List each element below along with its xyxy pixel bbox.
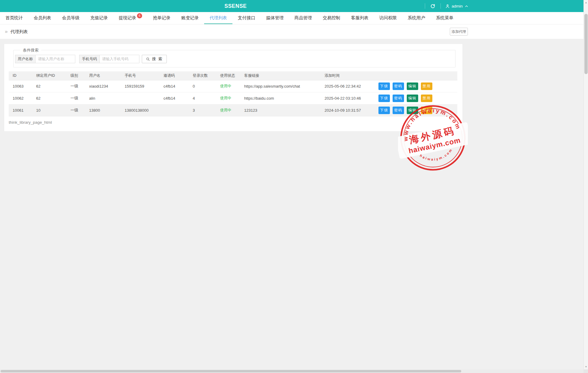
tab-label: 抢单记录 [153, 15, 170, 20]
action-disable-button[interactable]: 禁用 [421, 107, 432, 114]
col-login-count: 登录次数 [189, 71, 216, 80]
chevron-up-icon [465, 4, 468, 8]
cell-phone: 13800138000 [121, 104, 160, 116]
cell-invite-code [160, 104, 189, 116]
action-edit-button[interactable]: 编辑 [407, 107, 418, 114]
tab-access-rights[interactable]: 访问权限 [374, 12, 402, 24]
stamp-bottom-arc-text: haiwaiym.com [418, 147, 455, 164]
cell-login-count: 3 [189, 104, 216, 116]
cell-id: 10063 [9, 80, 32, 92]
cell-status: 使用中 [216, 104, 240, 116]
cell-login-count: 4 [189, 92, 216, 104]
cell-actions: 下级密码编辑禁用 [375, 104, 457, 116]
vertical-scrollbar[interactable]: ▲ ▼ [583, 0, 588, 369]
scrollbar-corner [583, 369, 588, 373]
tab-product-management[interactable]: 商品管理 [289, 12, 317, 24]
action-subordinate-button[interactable]: 下级 [378, 107, 390, 114]
template-note: think_library_page_html [9, 120, 52, 125]
search-icon [146, 57, 150, 61]
tab-order-grab-records[interactable]: 抢单记录 [148, 12, 176, 24]
horizontal-scrollbar[interactable] [0, 369, 588, 373]
tab-label: 系统菜单 [436, 15, 453, 20]
tab-label: 商品管理 [294, 15, 312, 20]
cell-username: alin [85, 92, 121, 104]
breadcrumb-arrow-icon: » [5, 29, 8, 35]
tab-withdraw-records[interactable]: 提现记录6 [113, 12, 148, 24]
table-header-row: ID 绑定用户ID 级别 用户名 手机号 邀请码 登录次数 使用状态 客服链接 … [9, 71, 457, 80]
action-edit-button[interactable]: 编辑 [407, 95, 418, 102]
action-disable-button[interactable]: 禁用 [421, 82, 432, 90]
col-id: ID [9, 71, 32, 80]
cell-phone [121, 92, 160, 104]
tab-label: 会员列表 [34, 15, 51, 20]
page-title: 代理列表 [10, 29, 28, 35]
cell-actions: 下级密码编辑禁用 [375, 80, 457, 92]
scroll-up-arrow[interactable]: ▲ [584, 1, 588, 4]
tab-agent-list[interactable]: 代理列表 [204, 12, 232, 24]
cell-phone: 159159159 [121, 80, 160, 92]
tab-media-management[interactable]: 媒体管理 [261, 12, 289, 24]
cell-username: 13800 [85, 104, 121, 116]
agent-list-card: 条件搜索 用户名称 手机号码 搜 索 [4, 44, 463, 132]
tab-label: 代理列表 [210, 15, 227, 20]
vertical-scrollbar-thumb[interactable] [584, 14, 588, 74]
user-menu[interactable]: admin [445, 4, 468, 8]
add-agent-button[interactable]: 添加代理 [450, 28, 468, 36]
header-controls: admin [421, 0, 468, 12]
phone-field-label: 手机号码 [79, 55, 100, 63]
action-password-button[interactable]: 密码 [393, 82, 404, 90]
phone-input[interactable] [100, 55, 139, 63]
tab-payment-api[interactable]: 支付接口 [232, 12, 261, 24]
col-service-link: 客服链接 [240, 71, 321, 80]
tab-trade-control[interactable]: 交易控制 [317, 12, 346, 24]
tab-service-list[interactable]: 客服列表 [346, 12, 374, 24]
action-password-button[interactable]: 密码 [393, 107, 404, 114]
tab-system-menu[interactable]: 系统菜单 [431, 12, 459, 24]
cell-username: xiaodi1234 [85, 80, 121, 92]
tab-member-level[interactable]: 会员等级 [57, 12, 85, 24]
cell-invite-code: c4fb14 [160, 92, 189, 104]
col-invite-code: 邀请码 [160, 71, 189, 80]
svg-text:haiwaiym.com: haiwaiym.com [418, 147, 455, 164]
tab-label: 账变记录 [181, 15, 199, 20]
cell-bind-user-id: 62 [32, 80, 67, 92]
tab-label: 访问权限 [379, 15, 397, 20]
action-subordinate-button[interactable]: 下级 [378, 82, 390, 90]
tab-system-users[interactable]: 系统用户 [402, 12, 431, 24]
cell-status: 使用中 [216, 80, 240, 92]
tab-home-stats[interactable]: 首页统计 [0, 12, 28, 24]
cell-level: 一级 [67, 104, 85, 116]
tab-label: 充值记录 [90, 15, 108, 20]
action-subordinate-button[interactable]: 下级 [378, 95, 390, 102]
cell-id: 10061 [9, 104, 32, 116]
table-row: 10061 10 一级 13800 13800138000 3 使用中 1231… [9, 104, 457, 116]
col-username: 用户名 [85, 71, 121, 80]
cell-bind-user-id: 62 [32, 92, 67, 104]
withdraw-count-badge: 6 [137, 13, 142, 18]
cell-level: 一级 [67, 80, 85, 92]
username-input[interactable] [36, 55, 75, 63]
action-disable-button[interactable]: 禁用 [421, 95, 432, 102]
cell-status: 使用中 [216, 92, 240, 104]
tab-balance-change-records[interactable]: 账变记录 [176, 12, 204, 24]
table-row: 10062 62 一级 alin c4fb14 4 使用中 https://ba… [9, 92, 457, 104]
search-button[interactable]: 搜 索 [142, 55, 167, 63]
phone-group: 手机号码 [79, 55, 139, 63]
cell-actions: 下级密码编辑禁用 [375, 92, 457, 104]
scroll-down-arrow[interactable]: ▼ [584, 365, 588, 368]
action-password-button[interactable]: 密码 [393, 95, 404, 102]
action-edit-button[interactable]: 编辑 [407, 82, 418, 90]
tab-member-list[interactable]: 会员列表 [28, 12, 57, 24]
horizontal-scrollbar-thumb[interactable] [1, 370, 461, 372]
cell-created-time: 2024-10-09 10:31:57 [321, 104, 375, 116]
tab-label: 交易控制 [323, 15, 340, 20]
status-badge: 使用中 [220, 108, 232, 112]
cell-id: 10062 [9, 92, 32, 104]
tab-recharge-records[interactable]: 充值记录 [85, 12, 113, 24]
cell-service-link: https://baidu.com [240, 92, 321, 104]
cell-invite-code: c4fb14 [160, 80, 189, 92]
col-actions [375, 71, 457, 80]
refresh-button[interactable] [429, 2, 437, 10]
col-bind-user-id: 绑定用户ID [32, 71, 67, 80]
user-icon [445, 4, 450, 8]
